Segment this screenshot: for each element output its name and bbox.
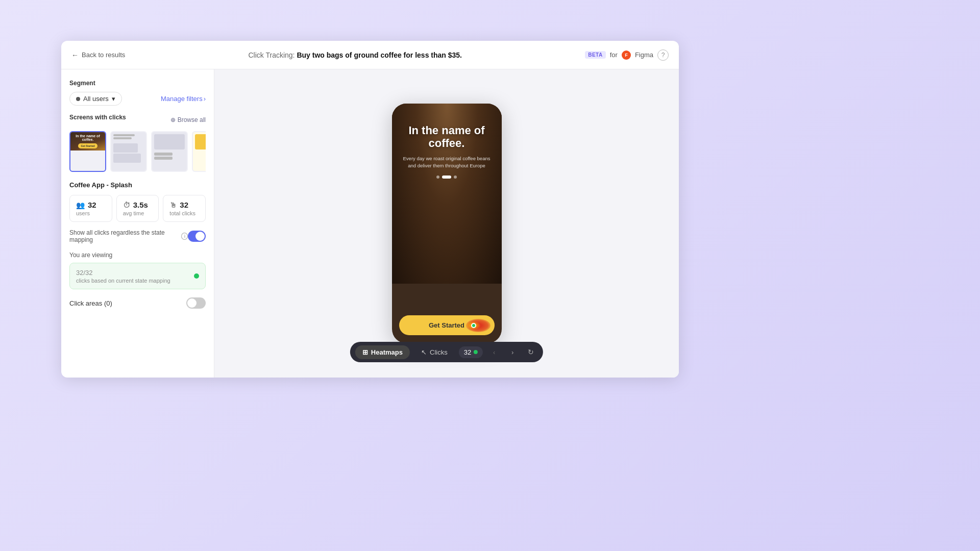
users-label: users	[76, 210, 106, 216]
screens-section-label: Screens with clicks	[69, 114, 126, 121]
for-label: for	[610, 51, 618, 59]
click-dot	[471, 323, 476, 328]
screen-name: Coffee App - Splash	[69, 181, 206, 189]
viewing-count: 32/32	[76, 268, 199, 277]
next-button[interactable]: ›	[505, 345, 520, 359]
prev-button[interactable]: ‹	[487, 345, 501, 359]
search-icon: ⊕	[170, 116, 176, 123]
toggle-label: Show all clicks regardless the state map…	[69, 229, 188, 243]
dot-2	[442, 176, 451, 179]
chevron-down-icon: ▾	[112, 95, 115, 103]
segment-button[interactable]: All users ▾	[69, 92, 122, 106]
phone-content: In the name of coffee. Every day we roas…	[392, 104, 502, 343]
figma-label: Figma	[635, 51, 653, 59]
dot-1	[436, 176, 439, 179]
sidebar: Segment All users ▾ Manage filters › Scr…	[61, 69, 214, 378]
click-areas-label: Click areas (0)	[69, 299, 112, 307]
body: Segment All users ▾ Manage filters › Scr…	[61, 69, 679, 378]
viewing-desc: clicks based on current state mapping	[76, 278, 199, 284]
phone-cta-button[interactable]: Get Started	[399, 315, 495, 335]
phone-carousel-dots	[399, 176, 495, 179]
count-value: 32	[464, 348, 471, 356]
heatmaps-button[interactable]: ⊞ Heatmaps	[355, 345, 410, 359]
viewing-label: You are viewing	[69, 252, 206, 259]
users-icon: 👥	[76, 201, 85, 209]
help-icon: ?	[662, 52, 665, 59]
cursor-icon: 🖱	[169, 201, 177, 209]
screen-thumb-1[interactable]: In the name of coffee. Get Started	[69, 131, 106, 172]
show-all-clicks-toggle[interactable]	[188, 231, 206, 242]
header: ← Back to results Click Tracking: Buy tw…	[61, 41, 679, 69]
stat-total-clicks: 🖱 32 total clicks	[163, 195, 206, 222]
heatmap-icon: ⊞	[362, 348, 368, 356]
viewing-total: /32	[83, 269, 92, 277]
back-label: Back to results	[82, 51, 125, 59]
browse-all-link[interactable]: ⊕ Browse all	[170, 116, 206, 123]
arrow-right-icon: ›	[204, 95, 206, 103]
show-all-clicks-row: Show all clicks regardless the state map…	[69, 229, 206, 243]
back-arrow-icon: ←	[71, 51, 79, 59]
info-icon[interactable]: i	[181, 233, 188, 240]
dot-3	[454, 176, 457, 179]
click-count-badge: 32	[459, 346, 483, 358]
segment-label: All users	[83, 95, 109, 103]
cursor-icon: ↖	[421, 348, 427, 356]
help-button[interactable]: ?	[657, 49, 669, 61]
total-clicks-value: 32	[180, 201, 188, 209]
phone-frame: In the name of coffee. Every day we roas…	[392, 104, 502, 343]
stats-row: 👥 32 users ⏱ 3.5s avg time 🖱 32	[69, 195, 206, 222]
timer-icon: ⏱	[123, 201, 130, 209]
heatmap-overlay	[462, 318, 491, 333]
phone-title: In the name of coffee.	[399, 124, 495, 150]
click-areas-row: Click areas (0)	[69, 297, 206, 309]
stat-users: 👥 32 users	[69, 195, 112, 222]
bottom-toolbar: ⊞ Heatmaps ↖ Clicks 32 ‹ › ↻	[350, 342, 543, 362]
viewing-section: You are viewing 32/32 clicks based on cu…	[69, 252, 206, 289]
clicks-button[interactable]: ↖ Clicks	[414, 345, 455, 359]
segment-row: All users ▾ Manage filters ›	[69, 92, 206, 106]
active-indicator	[194, 273, 199, 279]
beta-badge: BETA	[585, 51, 605, 59]
screen-thumb-3[interactable]	[151, 131, 188, 172]
viewing-card: 32/32 clicks based on current state mapp…	[69, 263, 206, 289]
users-value: 32	[88, 201, 96, 209]
avg-time-value: 3.5s	[133, 201, 148, 209]
live-indicator	[474, 350, 478, 354]
manage-filters-link[interactable]: Manage filters ›	[161, 95, 206, 103]
screen-thumb-2[interactable]	[110, 131, 147, 172]
segment-dot-icon	[76, 97, 80, 101]
title-prefix: Click Tracking:	[248, 51, 295, 59]
screen-thumbnails: In the name of coffee. Get Started	[69, 131, 206, 172]
figma-icon: F	[622, 51, 631, 60]
main-content: In the name of coffee. Every day we roas…	[214, 69, 679, 378]
stat-avg-time: ⏱ 3.5s avg time	[116, 195, 159, 222]
click-areas-toggle[interactable]	[186, 297, 206, 309]
screen-thumb-4[interactable]	[192, 131, 206, 172]
segment-section-label: Segment	[69, 80, 206, 87]
total-clicks-label: total clicks	[169, 210, 199, 216]
back-button[interactable]: ← Back to results	[71, 51, 125, 59]
avg-time-label: avg time	[123, 210, 153, 216]
header-title: Click Tracking: Buy two bags of ground c…	[125, 51, 585, 59]
header-right: BETA for F Figma ?	[585, 49, 669, 61]
refresh-button[interactable]: ↻	[524, 345, 538, 359]
screens-section-header: Screens with clicks ⊕ Browse all	[69, 114, 206, 126]
phone-subtitle: Every day we roast original coffee beans…	[399, 155, 495, 170]
title-main: Buy two bags of ground coffee for less t…	[297, 51, 462, 59]
main-window: ← Back to results Click Tracking: Buy tw…	[61, 41, 679, 378]
